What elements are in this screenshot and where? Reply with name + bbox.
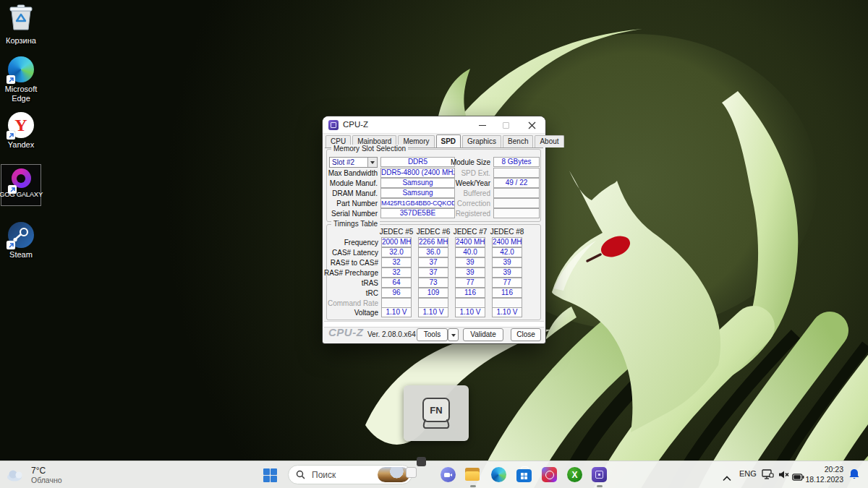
timing-cell <box>455 298 485 308</box>
tools-dropdown-button[interactable] <box>448 328 459 341</box>
field-label: Week/Year <box>431 179 490 188</box>
field-label: Module Size <box>431 158 490 167</box>
tab-about[interactable]: About <box>535 135 563 147</box>
language-indicator[interactable]: ENG <box>739 469 757 478</box>
desktop-icon-edge[interactable]: Microsoft Edge <box>0 56 42 103</box>
close-button[interactable] <box>519 116 544 134</box>
close-app-button[interactable]: Close <box>511 328 541 341</box>
volume-tray-button[interactable] <box>778 469 789 482</box>
timing-cell: 1.10 V <box>455 307 485 317</box>
xbox-button[interactable]: X <box>567 467 583 483</box>
desktop-icon-yandex[interactable]: Y Yandex <box>0 112 42 150</box>
correction-field <box>493 198 540 208</box>
timing-cell: 1.10 V <box>492 307 522 317</box>
timing-cell: 42.0 <box>492 247 522 257</box>
shortcut-arrow-icon <box>7 131 15 140</box>
start-button[interactable] <box>263 468 279 484</box>
shortcut-arrow-icon <box>7 75 15 84</box>
tab-spd[interactable]: SPD <box>436 134 461 147</box>
search-box[interactable] <box>288 465 412 484</box>
desktop-icon-recycle-bin[interactable]: Корзина <box>0 4 42 46</box>
chat-icon <box>441 467 456 482</box>
timing-cell: 96 <box>381 288 412 298</box>
volume-muted-icon <box>778 470 789 479</box>
group-legend: Timings Table <box>331 220 380 228</box>
hidden-icons-chevron-button[interactable] <box>723 471 731 484</box>
minimize-button[interactable] <box>472 116 493 134</box>
tools-button[interactable]: Tools <box>417 328 448 341</box>
validate-button[interactable]: Validate <box>463 328 503 341</box>
fn-keycap-icon: FN <box>420 396 453 431</box>
file-explorer-button[interactable] <box>465 467 481 483</box>
slot-select-dropdown[interactable]: Slot #2 <box>329 157 378 168</box>
timing-label: Voltage <box>323 308 378 317</box>
timing-label: tRC <box>323 288 378 298</box>
timing-cell <box>492 298 522 308</box>
timing-cell: 39 <box>492 267 522 278</box>
column-header: JEDEC #7 <box>452 228 488 236</box>
microsoft-store-button[interactable] <box>516 467 532 483</box>
spd-ext-field <box>493 168 540 178</box>
recycle-bin-icon <box>9 4 33 34</box>
red-circle-app-button[interactable] <box>542 467 558 483</box>
field-label: Correction <box>431 199 490 208</box>
slot-select-value: Slot #2 <box>332 158 354 166</box>
tab-bench[interactable]: Bench <box>503 135 533 147</box>
task-view-button[interactable] <box>417 467 433 483</box>
tab-graphics[interactable]: Graphics <box>462 135 501 147</box>
timing-cell: 32.0 <box>381 247 412 257</box>
timing-cell: 40.0 <box>455 247 485 257</box>
timing-cell: 116 <box>455 288 485 298</box>
chat-button[interactable] <box>441 467 456 483</box>
icon-label: Корзина <box>6 36 36 46</box>
timing-cell: 37 <box>418 257 448 267</box>
timing-cell: 2400 MHz <box>492 237 522 247</box>
shortcut-arrow-icon <box>7 241 15 249</box>
network-tray-button[interactable] <box>762 469 774 482</box>
field-label: Module Manuf. <box>323 179 378 188</box>
timing-cell: 39 <box>455 267 485 278</box>
fn-key-label: FN <box>430 405 442 416</box>
search-input[interactable] <box>310 469 367 481</box>
timing-label: Frequency <box>323 238 378 247</box>
cpu-chip-icon <box>592 467 607 482</box>
timing-cell: 32 <box>381 257 412 267</box>
timing-cell <box>381 298 412 308</box>
fn-key-osd: FN <box>404 385 469 441</box>
timing-cell: 1.10 V <box>418 307 448 317</box>
desktop-icon-gog-galaxy-selected[interactable]: GOG GALAXY <box>1 164 41 206</box>
weather-widget[interactable]: 7°C Облачно <box>6 463 100 487</box>
timing-cell: 36.0 <box>418 247 448 257</box>
weather-condition: Облачно <box>31 476 62 484</box>
timing-cell: 116 <box>492 288 522 298</box>
title-bar[interactable]: CPU-Z <box>323 116 545 134</box>
timing-cell: 2400 MHz <box>455 237 485 247</box>
timing-label: Command Rate <box>323 299 378 308</box>
edge-button[interactable] <box>491 467 507 483</box>
notification-bell-icon <box>848 468 860 481</box>
timing-cell: 32 <box>381 267 412 278</box>
edge-icon <box>491 467 506 482</box>
cpuz-taskbar-button[interactable] <box>592 467 608 483</box>
timing-label: tRAS <box>323 278 378 288</box>
timing-cell: 2000 MHz <box>381 237 412 247</box>
window-title: CPU-Z <box>343 120 368 129</box>
icon-label: GOG GALAXY <box>0 190 43 198</box>
clock[interactable]: 20:23 18.12.2023 <box>801 464 843 484</box>
module-size-field: 8 GBytes <box>493 157 540 167</box>
timing-cell: 2266 MHz <box>418 237 448 247</box>
timing-label: RAS# Precharge <box>323 268 378 278</box>
red-circle-app-icon <box>542 467 557 482</box>
store-icon <box>516 467 532 482</box>
desktop-icon-steam[interactable]: Steam <box>0 222 42 260</box>
xbox-icon: X <box>567 467 582 482</box>
chevron-down-icon[interactable] <box>367 158 377 167</box>
field-label: Serial Number <box>323 209 378 218</box>
column-header: JEDEC #6 <box>415 228 451 236</box>
notification-bell-button[interactable] <box>848 468 860 484</box>
week-year-field: 49 / 22 <box>493 178 540 188</box>
timing-cell: 73 <box>418 278 448 288</box>
field-label: Part Number <box>323 199 378 208</box>
field-label: Buffered <box>431 189 490 198</box>
search-highlight-image[interactable] <box>378 467 409 482</box>
